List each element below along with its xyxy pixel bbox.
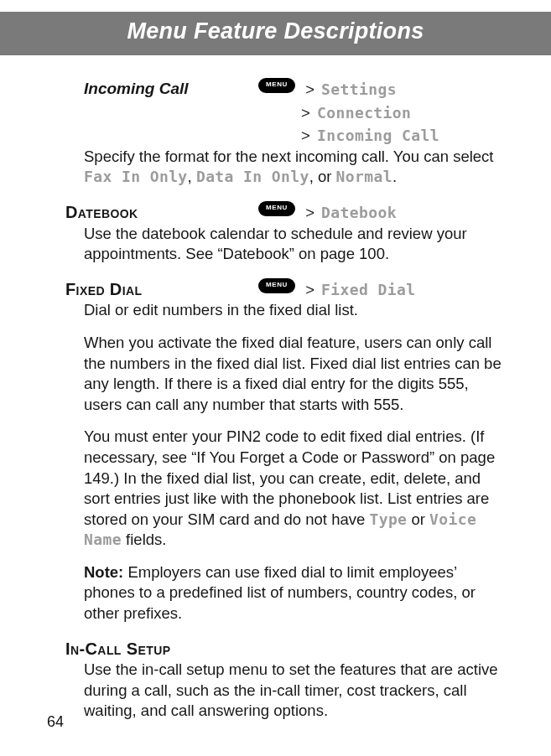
option-data-in-only: Data In Only xyxy=(196,168,309,185)
feature-title-datebook: Datebook xyxy=(65,201,258,224)
chevron-right-icon: > xyxy=(305,204,314,221)
row-fixed-dial: Fixed Dial > Fixed Dial xyxy=(65,278,502,301)
chevron-right-icon: > xyxy=(305,281,314,298)
note-text: Note: Employers can use fixed dial to li… xyxy=(84,562,502,624)
option-fax-in-only: Fax In Only xyxy=(84,168,188,185)
feature-title-in-call-setup: In-Call Setup xyxy=(65,638,502,660)
chevron-right-icon: > xyxy=(301,104,310,122)
body-text: Use the datebook calendar to schedule an… xyxy=(84,224,502,265)
menu-path-line-1: > Settings xyxy=(258,78,502,101)
text-fragment: Employers can use fixed dial to limit em… xyxy=(84,563,476,622)
content-area: Incoming Call > Settings > Connection > … xyxy=(84,78,502,722)
menu-path-line-3: > Incoming Call xyxy=(299,126,502,147)
body-text: Dial or edit numbers in the fixed dial l… xyxy=(84,300,502,321)
row-incoming-call: Incoming Call > Settings > Connection > … xyxy=(84,78,502,147)
text-fragment: Specify the format for the next incoming… xyxy=(84,148,493,165)
menu-icon xyxy=(258,278,295,293)
menu-path-datebook: > Datebook xyxy=(258,201,502,224)
menu-path-fixed-dial: > Fixed Dial xyxy=(258,278,502,301)
option-normal: Normal xyxy=(336,168,392,185)
chevron-right-icon: > xyxy=(305,80,314,98)
field-type: Type xyxy=(369,510,407,528)
page-title: Menu Feature Descriptions xyxy=(0,12,551,55)
menu-icon xyxy=(258,78,295,93)
menu-path-segment: Fixed Dial xyxy=(321,281,415,298)
chevron-right-icon: > xyxy=(301,127,310,144)
menu-icon xyxy=(258,201,295,216)
feature-title-incoming-call: Incoming Call xyxy=(84,78,258,99)
feature-title-fixed-dial: Fixed Dial xyxy=(65,278,258,301)
menu-path-segment: Datebook xyxy=(321,204,397,221)
menu-path-segment: Connection xyxy=(317,104,411,122)
page: Menu Feature Descriptions Incoming Call … xyxy=(0,0,551,756)
body-text: Use the in-call setup menu to set the fe… xyxy=(84,660,502,722)
text-fragment: , or xyxy=(309,168,336,185)
body-text: You must enter your PIN2 code to edit fi… xyxy=(84,427,502,551)
text-fragment: or xyxy=(407,510,429,528)
text-fragment: , xyxy=(188,168,196,185)
text-fragment: fields. xyxy=(122,531,166,548)
body-text: When you activate the fixed dial feature… xyxy=(84,333,502,415)
menu-path-segment: Settings xyxy=(321,80,397,98)
menu-path-segment: Incoming Call xyxy=(317,127,439,144)
note-label: Note: xyxy=(84,563,123,581)
menu-path-incoming-call: > Settings > Connection > Incoming Call xyxy=(258,78,502,147)
text-fragment: . xyxy=(392,168,397,185)
body-text: Specify the format for the next incoming… xyxy=(84,147,502,188)
menu-path-line-2: > Connection xyxy=(299,103,502,124)
page-number: 64 xyxy=(47,713,64,731)
row-datebook: Datebook > Datebook xyxy=(65,201,502,224)
